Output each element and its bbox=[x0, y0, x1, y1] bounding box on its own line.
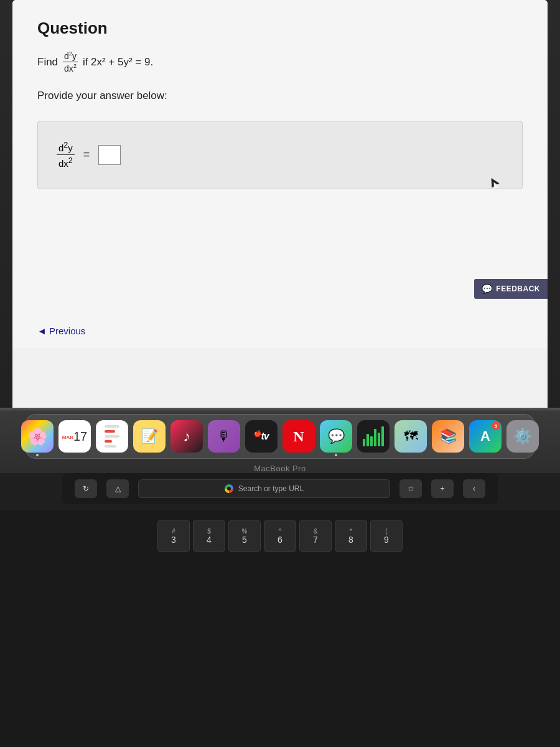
feedback-button[interactable]: 💬 FEEDBACK bbox=[474, 279, 548, 299]
browser-content: Question Find d2y dx2 if 2x² + 5y² = 9. … bbox=[12, 0, 548, 411]
key-3-top: # bbox=[172, 529, 175, 535]
dock-item-photos[interactable]: 🌸 bbox=[21, 420, 54, 453]
fraction-numerator: d2y bbox=[63, 50, 78, 62]
keyboard-area: # 3 $ 4 % 5 ^ 6 & 7 bbox=[0, 510, 560, 747]
question-text: Find d2y dx2 if 2x² + 5y² = 9. bbox=[37, 50, 523, 74]
laptop-body: Question Find d2y dx2 if 2x² + 5y² = 9. … bbox=[0, 0, 560, 747]
dock-item-notes[interactable]: 📝 bbox=[133, 420, 166, 453]
stocks-bar-3 bbox=[370, 436, 373, 446]
back-icon: ‹ bbox=[473, 484, 475, 493]
key-6-bottom: 6 bbox=[278, 535, 282, 544]
dock-item-music[interactable]: ♪ bbox=[170, 420, 203, 453]
home-icon: △ bbox=[115, 484, 121, 493]
answer-area: d2y dx2 = bbox=[37, 121, 523, 189]
touch-bar: ↻ △ Search or type URL ☆ + ‹ bbox=[62, 473, 498, 504]
plus-icon: + bbox=[440, 484, 444, 493]
screen-area: Question Find d2y dx2 if 2x² + 5y² = 9. … bbox=[12, 0, 548, 411]
key-4[interactable]: $ 4 bbox=[193, 520, 225, 552]
key-7[interactable]: & 7 bbox=[299, 520, 332, 552]
stocks-bar-4 bbox=[374, 429, 376, 446]
question-title: Question bbox=[37, 19, 523, 38]
stocks-bar-5 bbox=[378, 433, 380, 446]
key-8[interactable]: * 8 bbox=[335, 520, 367, 552]
question-container: Question Find d2y dx2 if 2x² + 5y² = 9. … bbox=[12, 0, 548, 349]
key-5-top: % bbox=[242, 529, 248, 535]
reload-icon: ↻ bbox=[83, 484, 89, 493]
touchbar-back-button[interactable]: ‹ bbox=[463, 479, 485, 498]
stocks-bars bbox=[363, 426, 384, 446]
stocks-bar-1 bbox=[363, 439, 365, 446]
key-9[interactable]: ( 9 bbox=[370, 520, 403, 552]
key-7-top: & bbox=[314, 529, 318, 535]
dock-item-reminders[interactable] bbox=[96, 420, 128, 453]
key-9-bottom: 9 bbox=[384, 535, 389, 544]
dock-area: 🌸 MAR 17 📝 bbox=[0, 411, 560, 473]
key-9-top: ( bbox=[385, 529, 387, 535]
dock-item-system-prefs[interactable]: ⚙️ bbox=[506, 420, 539, 453]
search-text: Search or type URL bbox=[238, 484, 304, 493]
question-fraction: d2y dx2 bbox=[63, 50, 78, 74]
calendar-day: 17 bbox=[73, 430, 87, 443]
dock-item-appletv[interactable]: 🍎tv bbox=[245, 420, 278, 453]
dock-bar: 🌸 MAR 17 📝 bbox=[25, 414, 535, 459]
key-5[interactable]: % 5 bbox=[228, 520, 261, 552]
touchbar-search-bar[interactable]: Search or type URL bbox=[138, 479, 390, 498]
touchbar-home-button[interactable]: △ bbox=[106, 479, 129, 498]
touchbar-add-button[interactable]: + bbox=[431, 479, 454, 498]
dock-dot-messages bbox=[335, 454, 337, 456]
dock-item-books[interactable]: 📚 bbox=[432, 420, 464, 453]
keyboard-section: # 3 $ 4 % 5 ^ 6 & 7 bbox=[0, 510, 560, 565]
key-3[interactable]: # 3 bbox=[157, 520, 190, 552]
dock-item-maps[interactable]: 🗺 bbox=[394, 420, 427, 453]
previous-button[interactable]: ◄ Previous bbox=[37, 326, 85, 336]
macbook-label: MacBook Pro bbox=[254, 464, 306, 473]
key-4-bottom: 4 bbox=[207, 535, 212, 544]
feedback-label: FEEDBACK bbox=[496, 284, 540, 293]
dock-item-messages[interactable]: 💬 bbox=[320, 420, 352, 453]
dock-item-stocks[interactable] bbox=[357, 420, 390, 453]
key-8-top: * bbox=[350, 529, 352, 535]
answer-fraction-num: d2y bbox=[57, 140, 75, 156]
key-7-bottom: 7 bbox=[313, 535, 318, 544]
dock-item-appstore[interactable]: A 5 bbox=[469, 420, 502, 453]
touchbar-bookmark-button[interactable]: ☆ bbox=[399, 479, 422, 498]
dock-item-netflix[interactable]: N bbox=[282, 420, 315, 453]
appstore-badge: 5 bbox=[492, 421, 500, 430]
provide-text: Provide your answer below: bbox=[37, 90, 523, 102]
feedback-icon: 💬 bbox=[482, 284, 493, 294]
answer-fraction-den: dx2 bbox=[57, 155, 75, 170]
key-6-top: ^ bbox=[279, 529, 282, 535]
google-icon bbox=[225, 484, 233, 493]
answer-input-box[interactable] bbox=[98, 145, 121, 165]
dock-dot-photos bbox=[36, 454, 39, 456]
nav-area: ◄ Previous bbox=[12, 326, 548, 336]
answer-fraction: d2y dx2 bbox=[57, 140, 75, 170]
condition-text: if 2x² + 5y² = 9. bbox=[83, 56, 153, 68]
dock-item-podcasts[interactable]: 🎙 bbox=[208, 420, 240, 453]
star-icon: ☆ bbox=[408, 484, 414, 493]
key-4-top: $ bbox=[207, 529, 211, 535]
stocks-bar-2 bbox=[366, 434, 369, 446]
dock-item-calendar[interactable]: MAR 17 bbox=[58, 420, 91, 453]
equals-sign: = bbox=[83, 148, 90, 161]
key-8-bottom: 8 bbox=[348, 535, 353, 544]
find-label: Find bbox=[37, 56, 58, 68]
key-6[interactable]: ^ 6 bbox=[264, 520, 296, 552]
key-3-bottom: 3 bbox=[171, 535, 176, 544]
keyboard-row-1: # 3 $ 4 % 5 ^ 6 & 7 bbox=[12, 520, 548, 552]
key-5-bottom: 5 bbox=[242, 535, 247, 544]
calendar-month: MAR bbox=[62, 435, 73, 440]
fraction-denominator: dx2 bbox=[63, 62, 78, 73]
touchbar-reload-button[interactable]: ↻ bbox=[75, 479, 97, 498]
stocks-bar-6 bbox=[381, 426, 384, 446]
